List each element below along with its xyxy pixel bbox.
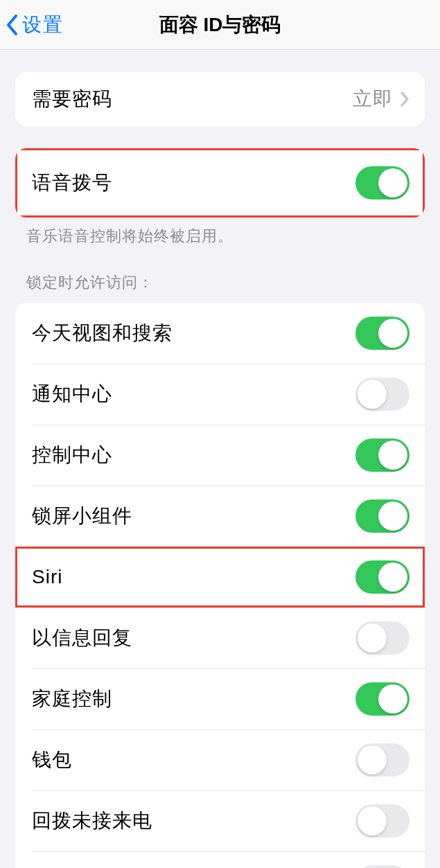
back-label: 设置 bbox=[22, 12, 64, 38]
lock-access-label: 回拨未接来电 bbox=[32, 808, 152, 834]
lock-access-label: 锁屏小组件 bbox=[32, 503, 132, 529]
lock-access-toggle[interactable] bbox=[355, 439, 410, 472]
lock-access-label: 家庭控制 bbox=[32, 686, 112, 712]
lock-access-row: 回拨未接来电 bbox=[15, 790, 425, 851]
lock-access-label: 今天视图和搜索 bbox=[32, 320, 173, 346]
lock-access-toggle[interactable] bbox=[355, 682, 410, 716]
lock-access-toggle[interactable] bbox=[355, 743, 410, 777]
voice-dial-group: 语音拨号 bbox=[15, 148, 425, 218]
navigation-header: 设置 面容 ID与密码 bbox=[0, 0, 440, 50]
voice-dial-label: 语音拨号 bbox=[32, 170, 112, 196]
lock-access-toggle[interactable] bbox=[355, 378, 410, 411]
lock-access-label: Siri bbox=[32, 566, 62, 588]
lock-access-row: 控制中心 bbox=[15, 425, 425, 486]
lock-access-row: Siri bbox=[15, 547, 425, 608]
require-passcode-group: 需要密码 立即 bbox=[15, 72, 425, 126]
lock-access-row: 以信息回复 bbox=[15, 608, 425, 668]
lock-access-toggle[interactable] bbox=[355, 499, 410, 533]
lock-access-row: 今天视图和搜索 bbox=[15, 303, 425, 364]
voice-dial-row: 语音拨号 bbox=[15, 148, 425, 218]
page-title: 面容 ID与密码 bbox=[0, 12, 440, 38]
lock-access-row: USB配件 bbox=[15, 851, 425, 868]
voice-dial-toggle[interactable] bbox=[355, 166, 410, 200]
require-passcode-value: 立即 bbox=[353, 86, 393, 112]
lock-access-row: 钱包 bbox=[15, 729, 425, 790]
lock-access-header: 锁定时允许访问： bbox=[0, 272, 440, 303]
lock-access-toggle[interactable] bbox=[355, 317, 410, 350]
lock-access-row: 通知中心 bbox=[15, 364, 425, 425]
lock-access-label: 控制中心 bbox=[32, 442, 112, 468]
lock-access-toggle[interactable] bbox=[355, 621, 410, 655]
lock-access-label: 钱包 bbox=[32, 747, 72, 773]
lock-access-toggle[interactable] bbox=[355, 865, 410, 868]
lock-access-label: 以信息回复 bbox=[32, 625, 132, 651]
lock-access-label: 通知中心 bbox=[32, 381, 112, 407]
lock-access-row: 家庭控制 bbox=[15, 668, 425, 729]
back-button[interactable]: 设置 bbox=[0, 12, 64, 38]
require-passcode-row[interactable]: 需要密码 立即 bbox=[15, 72, 425, 126]
lock-access-row: 锁屏小组件 bbox=[15, 486, 425, 547]
chevron-right-icon bbox=[400, 91, 410, 107]
lock-access-toggle[interactable] bbox=[355, 804, 410, 838]
voice-dial-footer: 音乐语音控制将始终被启用。 bbox=[0, 218, 440, 247]
lock-access-toggle[interactable] bbox=[355, 560, 410, 594]
chevron-left-icon bbox=[6, 14, 19, 36]
lock-access-group: 今天视图和搜索通知中心控制中心锁屏小组件Siri以信息回复家庭控制钱包回拨未接来… bbox=[15, 303, 425, 868]
require-passcode-label: 需要密码 bbox=[32, 86, 112, 112]
